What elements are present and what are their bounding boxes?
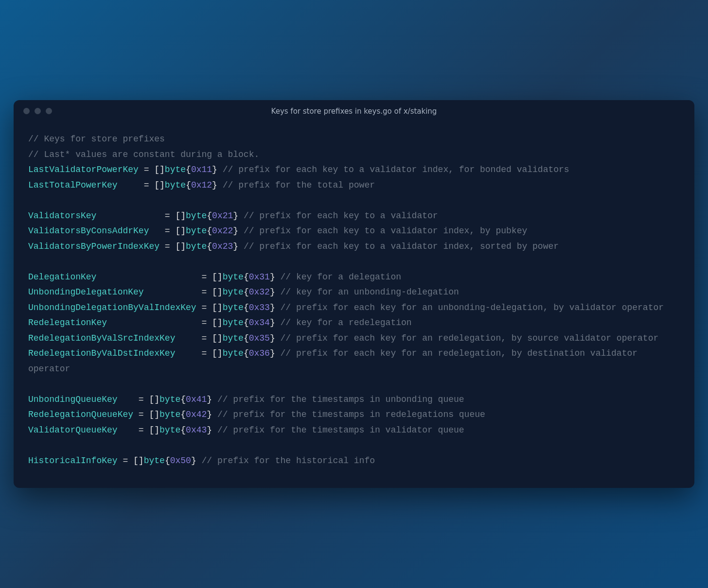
- identifier: UnbondingDelegationByValIndexKey: [28, 303, 196, 312]
- type-keyword: byte: [223, 348, 244, 358]
- space: [275, 287, 281, 297]
- code-line: ValidatorsKey = []byte{0x21} // prefix f…: [28, 208, 680, 224]
- equals: =: [139, 180, 154, 190]
- brace: {: [244, 272, 249, 282]
- identifier: RedelegationByValDstIndexKey: [28, 348, 196, 358]
- bracket: []: [154, 165, 165, 174]
- equals: =: [196, 318, 212, 328]
- equals: =: [159, 242, 175, 251]
- equals: =: [196, 303, 212, 312]
- brace: }: [270, 287, 275, 297]
- bracket: []: [149, 425, 159, 435]
- type-keyword: byte: [159, 395, 180, 404]
- equals: =: [196, 348, 212, 358]
- hex-literal: 0x34: [249, 318, 270, 328]
- space: [217, 165, 223, 174]
- titlebar: Keys for store prefixes in keys.go of x/…: [14, 100, 694, 122]
- bracket: []: [175, 226, 186, 236]
- bracket: []: [212, 333, 223, 343]
- comment: // prefix for the timestamps in unbondin…: [217, 395, 464, 404]
- comment: // prefix for the total power: [223, 180, 375, 190]
- type-keyword: byte: [223, 287, 244, 297]
- code-line: UnbondingDelegationKey = []byte{0x32} //…: [28, 285, 680, 300]
- blank-line: [28, 193, 680, 208]
- hex-literal: 0x41: [186, 395, 207, 404]
- space: [275, 348, 281, 358]
- equals: =: [118, 456, 133, 466]
- brace: {: [207, 242, 212, 251]
- comment: // Keys for store prefixes: [28, 134, 165, 144]
- close-icon[interactable]: [23, 108, 30, 114]
- bracket: []: [212, 303, 223, 312]
- comment: // prefix for the timestamps in validato…: [217, 425, 464, 435]
- brace: }: [270, 272, 275, 282]
- comment: // prefix for each key to a validator: [244, 211, 438, 221]
- brace: {: [244, 303, 249, 312]
- brace: {: [180, 410, 186, 419]
- bracket: []: [175, 242, 186, 251]
- comment: // prefix for each key to a validator in…: [244, 242, 559, 251]
- brace: {: [165, 456, 170, 466]
- identifier: UnbondingQueueKey: [28, 395, 133, 404]
- comment: // key for an unbonding-delegation: [281, 287, 459, 297]
- brace: }: [270, 348, 275, 358]
- type-keyword: byte: [223, 303, 244, 312]
- space: [238, 226, 244, 236]
- equals: =: [139, 165, 154, 174]
- brace: }: [207, 425, 212, 435]
- type-keyword: byte: [186, 242, 207, 251]
- minimize-icon[interactable]: [35, 108, 41, 114]
- brace: {: [244, 318, 249, 328]
- bracket: []: [212, 318, 223, 328]
- comment: // prefix for the timestamps in redelega…: [217, 410, 485, 419]
- code-line: LastTotalPowerKey = []byte{0x12} // pref…: [28, 178, 680, 193]
- type-keyword: byte: [165, 180, 186, 190]
- brace: }: [233, 211, 238, 221]
- comment: // prefix for each key for an unbonding-…: [281, 303, 664, 312]
- maximize-icon[interactable]: [46, 108, 52, 114]
- equals: =: [196, 272, 212, 282]
- type-keyword: byte: [186, 211, 207, 221]
- code-line: // Keys for store prefixes: [28, 132, 680, 147]
- window-title: Keys for store prefixes in keys.go of x/…: [14, 107, 694, 116]
- code-line: DelegationKey = []byte{0x31} // key for …: [28, 270, 680, 285]
- bracket: []: [154, 180, 165, 190]
- hex-literal: 0x31: [249, 272, 270, 282]
- equals: =: [159, 226, 175, 236]
- code-line: ValidatorQueueKey = []byte{0x43} // pref…: [28, 423, 680, 438]
- code-line: RedelegationKey = []byte{0x34} // key fo…: [28, 315, 680, 331]
- identifier: DelegationKey: [28, 272, 196, 282]
- bracket: []: [212, 272, 223, 282]
- hex-literal: 0x22: [212, 226, 233, 236]
- identifier: RedelegationKey: [28, 318, 196, 328]
- brace: }: [270, 333, 275, 343]
- brace: {: [207, 211, 212, 221]
- code-line: RedelegationByValDstIndexKey = []byte{0x…: [28, 346, 680, 377]
- brace: }: [212, 180, 217, 190]
- equals: =: [196, 287, 212, 297]
- space: [275, 272, 281, 282]
- code-line: ValidatorsByConsAddrKey = []byte{0x22} /…: [28, 224, 680, 239]
- code-line: UnbondingDelegationByValIndexKey = []byt…: [28, 300, 680, 316]
- hex-literal: 0x21: [212, 211, 233, 221]
- type-keyword: byte: [223, 272, 244, 282]
- hex-literal: 0x36: [249, 348, 270, 358]
- hex-literal: 0x42: [186, 410, 207, 419]
- type-keyword: byte: [159, 425, 180, 435]
- brace: }: [212, 165, 217, 174]
- traffic-lights: [23, 108, 52, 114]
- brace: }: [270, 303, 275, 312]
- type-keyword: byte: [144, 456, 165, 466]
- space: [212, 410, 217, 419]
- brace: }: [233, 226, 238, 236]
- brace: }: [233, 242, 238, 251]
- type-keyword: byte: [165, 165, 186, 174]
- comment: // key for a delegation: [281, 272, 401, 282]
- brace: }: [270, 318, 275, 328]
- brace: {: [186, 165, 191, 174]
- space: [212, 395, 217, 404]
- code-line: HistoricalInfoKey = []byte{0x50} // pref…: [28, 453, 680, 469]
- space: [275, 318, 281, 328]
- hex-literal: 0x11: [191, 165, 212, 174]
- brace: {: [207, 226, 212, 236]
